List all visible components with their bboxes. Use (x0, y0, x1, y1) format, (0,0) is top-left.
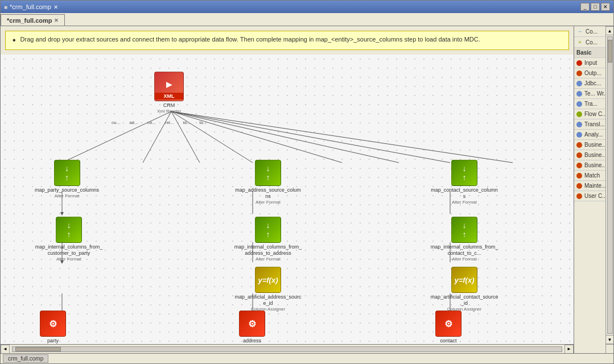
window-title: *crm_full.comp (10, 3, 51, 10)
tab-close-icon[interactable]: ✕ (54, 18, 59, 23)
svg-line-1 (171, 111, 253, 163)
node-contact-output-label: contact (440, 338, 457, 344)
node-map-internal-party-sublabel: Alter Format (56, 257, 81, 262)
panel-item-busine1-label: Busine... (584, 142, 607, 148)
port-label-2: co... (147, 120, 156, 125)
panel-item-tra-label: Tra... (584, 101, 597, 107)
flow-dot (576, 111, 582, 117)
node-map-party-src-sublabel: Alter Format (55, 193, 80, 198)
node-map-artificial-contact[interactable]: y=f(x) map_artificial_contact_source_id … (430, 267, 498, 312)
node-map-artificial-contact-label: map_artificial_contact_source_id (430, 294, 498, 307)
scroll-left-button[interactable]: ◄ (1, 345, 10, 354)
node-map-address-src[interactable]: ↓ ↑ map_address_source_columns Alter For… (234, 160, 302, 205)
horizontal-scrollbar[interactable]: ◄ ► (1, 344, 574, 353)
node-map-internal-party-label: map_internal_columns_from_customer_to_pa… (35, 244, 103, 257)
comp1-icon: ↔ (576, 28, 583, 35)
node-map-party-src-label: map_party_source_columns (35, 187, 99, 193)
output-dot (576, 71, 582, 76)
scroll-corner (605, 344, 613, 353)
main-area: • Drag and drop your extract sources and… (1, 26, 613, 353)
jdbc-dot (576, 81, 582, 86)
close-button[interactable]: ✕ (601, 3, 610, 11)
node-map-address-src-sublabel: Alter Format (256, 200, 281, 205)
node-map-artificial-address-label: map_artificial_address_source_id (234, 294, 302, 307)
analy-dot (576, 132, 582, 138)
panel-item-mainte-label: Mainte... (584, 183, 606, 189)
node-contact-output[interactable]: ⚙ contact Integration Output (430, 311, 467, 344)
port-label-0: cu... (112, 120, 120, 125)
right-panel: ↔ Co... ≡ Co... Basic Input (574, 26, 613, 353)
node-crm-label: CRM (163, 102, 175, 109)
node-crm-sublabel: Xml Reader (157, 109, 181, 114)
port-label-1: ad... (129, 120, 138, 125)
info-banner: • Drag and drop your extract sources and… (5, 31, 569, 50)
window-controls: _ □ ✕ (580, 3, 610, 11)
mainte-dot (576, 183, 582, 189)
v-scroll-up-button[interactable]: ▲ (605, 26, 614, 35)
node-map-internal-address-sublabel: Alter Format (256, 257, 281, 262)
node-map-internal-address[interactable]: ↓ ↑ map_internal_columns_from_address_to… (234, 217, 302, 262)
comp2-icon: ≡ (576, 39, 583, 46)
tab-crm-full-comp[interactable]: *crm_full.comp ✕ (1, 14, 65, 26)
tra-dot (576, 101, 582, 107)
bullet-icon: • (13, 36, 16, 45)
node-map-artificial-address[interactable]: y=f(x) map_artificial_address_source_id … (234, 267, 302, 312)
panel-item-match-label: Match (584, 172, 600, 179)
node-address-output[interactable]: ⚙ address Integration Output (234, 311, 270, 344)
node-map-contact-src-sublabel: Alter Format (452, 200, 477, 205)
maximize-button[interactable]: □ (591, 3, 600, 11)
node-map-address-src-label: map_address_source_columns (234, 187, 302, 200)
canvas[interactable]: XML ▶ CRM Xml Reader cu... ad... co... r… (1, 55, 574, 344)
panel-item-flow-label: Flow C... (584, 111, 607, 117)
node-party-output[interactable]: ⚙ party Integration Output (35, 311, 71, 344)
panel-item-text-wr-label: Te... Wr... (584, 90, 608, 97)
transl-dot (576, 122, 582, 127)
panel-item-input-label: Input (584, 60, 597, 66)
busine2-dot (576, 152, 582, 158)
close-tab-icon[interactable]: ✕ (53, 4, 58, 10)
match-dot (576, 173, 582, 179)
user-c-dot (576, 193, 582, 199)
input-dot (576, 60, 582, 66)
node-crm-xml-reader[interactable]: XML ▶ CRM Xml Reader (154, 72, 184, 114)
panel-item-comp2-label: Co... (586, 39, 597, 46)
v-scroll-track[interactable] (607, 36, 613, 334)
window-frame: ■ *crm_full.comp ✕ _ □ ✕ *crm_full.comp … (0, 0, 614, 364)
h-scroll-thumb[interactable] (15, 347, 61, 351)
scroll-right-button[interactable]: ► (564, 345, 574, 354)
node-map-contact-src[interactable]: ↓ ↑ map_contact_source_columns Alter For… (430, 160, 498, 205)
text-wr-dot (576, 91, 582, 97)
v-scroll-down-button[interactable]: ▼ (605, 335, 614, 344)
v-scroll-thumb[interactable] (608, 40, 612, 63)
node-map-contact-src-label: map_contact_source_columns (430, 187, 498, 200)
svg-line-4 (171, 111, 200, 163)
h-scroll-track[interactable] (12, 346, 562, 352)
status-bar: crm_full.comp (1, 353, 613, 363)
port-label-5: la... (199, 120, 207, 125)
busine1-dot (576, 142, 582, 148)
panel-item-busine2-label: Busine... (584, 152, 607, 158)
panel-item-analy-label: Analy... (584, 131, 603, 138)
node-map-party-src[interactable]: ↓ ↑ map_party_source_columns Alter Forma… (35, 160, 99, 198)
info-text: Drag and drop your extract sources and c… (20, 36, 480, 43)
node-map-internal-contact[interactable]: ↓ ↑ map_internal_columns_from_contact_to… (430, 217, 498, 262)
panel-item-user-c-label: User C... (584, 193, 607, 199)
svg-line-6 (171, 111, 399, 163)
panel-item-jdbc-label: Jdbc... (584, 80, 601, 86)
panel-item-basic-label: Basic (576, 49, 592, 56)
node-party-output-label: party (47, 338, 59, 344)
panel-item-transl-label: Transl... (584, 121, 605, 127)
tab-bar: *crm_full.comp ✕ (1, 13, 613, 26)
minimize-button[interactable]: _ (580, 3, 590, 11)
svg-line-5 (171, 111, 342, 163)
status-tab-label[interactable]: crm_full.comp (3, 354, 48, 363)
svg-line-7 (171, 111, 513, 163)
svg-line-3 (143, 111, 171, 163)
busine3-dot (576, 163, 582, 168)
node-address-output-label: address (243, 338, 261, 344)
port-label-3: rel... (165, 120, 174, 125)
svg-line-0 (62, 111, 171, 163)
panel-item-output-label: Outp... (584, 70, 601, 76)
node-map-internal-party[interactable]: ↓ ↑ map_internal_columns_from_customer_t… (35, 217, 103, 262)
v-scrollbar[interactable]: ▲ ▼ (605, 26, 613, 344)
